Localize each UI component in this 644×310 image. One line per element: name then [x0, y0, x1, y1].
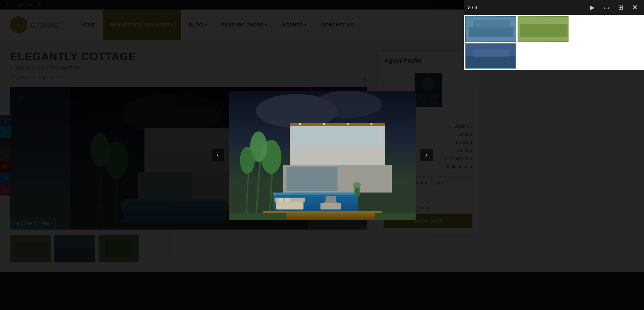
lightbox-thumb-row-1 — [465, 16, 643, 42]
lightbox-thumbnail-1[interactable] — [465, 16, 516, 42]
svg-point-37 — [323, 123, 325, 125]
lightbox-close-button[interactable]: ✕ — [630, 3, 640, 12]
lightbox-main-image — [229, 91, 416, 220]
svg-rect-29 — [278, 198, 283, 202]
lightbox-play-button[interactable]: ▶ — [588, 3, 597, 12]
svg-rect-30 — [285, 198, 290, 202]
lightbox-grid-button[interactable]: ⊞ — [616, 3, 625, 12]
svg-point-10 — [314, 91, 382, 118]
lightbox-overlay[interactable]: 3 / 3 ▶ ▭ ⊞ ✕ — [0, 0, 644, 310]
lightbox-prev-button[interactable]: ‹ — [212, 149, 224, 161]
lightbox-thumbnails — [464, 15, 644, 70]
svg-rect-7 — [473, 49, 510, 57]
lightbox-thumb-row-2 — [465, 43, 643, 69]
svg-rect-15 — [286, 167, 337, 191]
svg-rect-35 — [375, 213, 416, 220]
svg-point-26 — [353, 182, 361, 188]
svg-rect-33 — [326, 196, 336, 203]
svg-point-36 — [299, 123, 301, 125]
lightbox-next-button[interactable]: › — [420, 149, 433, 161]
svg-point-39 — [370, 123, 372, 125]
svg-rect-6 — [466, 56, 516, 69]
svg-point-38 — [347, 123, 349, 125]
svg-rect-12 — [293, 126, 382, 145]
svg-rect-34 — [229, 213, 286, 220]
lightbox-toolbar: 3 / 3 ▶ ▭ ⊞ ✕ — [464, 0, 644, 15]
svg-point-21 — [240, 147, 255, 174]
svg-rect-23 — [273, 193, 358, 195]
lightbox-controls-panel: 3 / 3 ▶ ▭ ⊞ ✕ — [464, 0, 644, 70]
svg-rect-2 — [473, 20, 510, 29]
lightbox-counter: 3 / 3 — [468, 5, 477, 10]
lightbox-thumbnail-2[interactable] — [518, 16, 569, 42]
svg-rect-4 — [520, 24, 568, 37]
lightbox-image-container: ‹ — [229, 91, 416, 220]
lightbox-fit-button[interactable]: ▭ — [602, 3, 611, 12]
lightbox-thumbnail-3[interactable] — [465, 43, 516, 69]
